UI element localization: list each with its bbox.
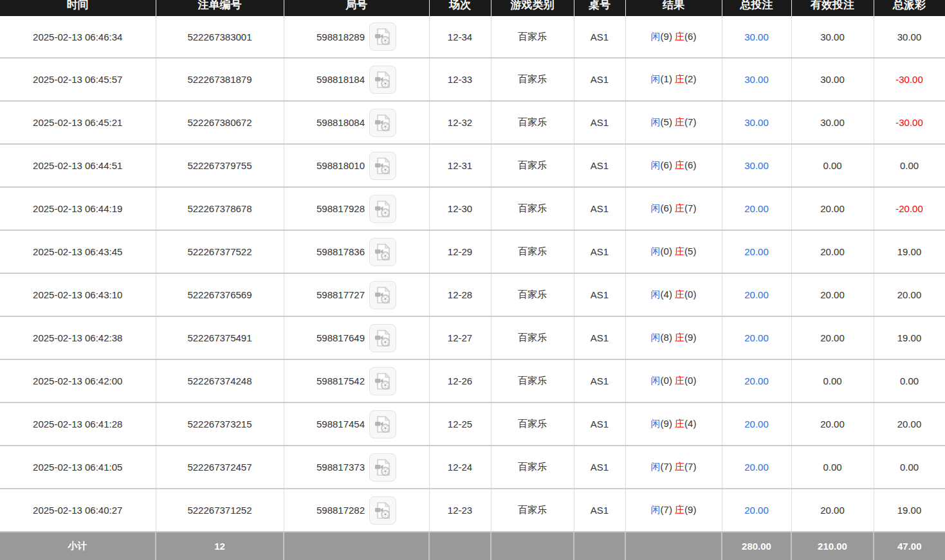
video-file-icon bbox=[374, 501, 391, 519]
cell-game-type: 百家乐 bbox=[491, 489, 574, 532]
cell-total-bet[interactable]: 20.00 bbox=[722, 446, 791, 489]
cell-total-payout: -20.00 bbox=[874, 187, 945, 230]
cell-valid-bet: 0.00 bbox=[791, 446, 874, 489]
video-replay-button[interactable] bbox=[369, 453, 396, 482]
banker-score: (0) bbox=[684, 375, 696, 386]
cell-time: 2025-02-13 06:41:28 bbox=[0, 402, 156, 446]
video-replay-button[interactable] bbox=[369, 281, 396, 309]
round-number: 598817282 bbox=[317, 505, 365, 516]
col-header-game-type: 游戏类别 bbox=[491, 0, 574, 16]
video-replay-button[interactable] bbox=[369, 152, 396, 180]
round-number: 598818184 bbox=[317, 74, 365, 85]
video-replay-button[interactable] bbox=[369, 410, 396, 438]
video-replay-button[interactable] bbox=[369, 367, 396, 395]
cell-total-bet[interactable]: 30.00 bbox=[722, 144, 791, 187]
cell-game-type: 百家乐 bbox=[491, 101, 574, 144]
cell-result: 闲(7) 庄(7) bbox=[625, 446, 722, 489]
table-row: 2025-02-13 06:43:10 522267376569 5988177… bbox=[0, 273, 945, 316]
subtotal-empty-session bbox=[429, 532, 491, 560]
table-row: 2025-02-13 06:45:21 522267380672 5988180… bbox=[0, 101, 945, 144]
video-replay-button[interactable] bbox=[369, 195, 396, 223]
player-label: 闲 bbox=[651, 159, 661, 170]
banker-label: 庄 bbox=[675, 418, 684, 429]
cell-time: 2025-02-13 06:46:34 bbox=[0, 16, 156, 58]
video-replay-button[interactable] bbox=[369, 66, 396, 94]
cell-table-no: AS1 bbox=[574, 316, 625, 359]
cell-total-bet[interactable]: 30.00 bbox=[722, 58, 791, 101]
video-replay-button[interactable] bbox=[369, 496, 396, 525]
player-label: 闲 bbox=[651, 116, 661, 127]
cell-game-type: 百家乐 bbox=[491, 273, 574, 316]
cell-round-no: 598817373 bbox=[284, 446, 429, 489]
cell-bet-no: 522267376569 bbox=[156, 273, 284, 316]
table-row: 2025-02-13 06:41:05 522267372457 5988173… bbox=[0, 446, 945, 489]
banker-label: 庄 bbox=[675, 246, 684, 257]
banker-score: (4) bbox=[684, 418, 696, 429]
video-file-icon bbox=[374, 200, 391, 218]
cell-time: 2025-02-13 06:41:05 bbox=[0, 446, 156, 489]
banker-score: (9) bbox=[684, 332, 696, 343]
cell-total-payout: -30.00 bbox=[874, 101, 945, 144]
cell-total-bet[interactable]: 30.00 bbox=[722, 101, 791, 144]
video-file-icon bbox=[374, 415, 391, 433]
subtotal-bet-count: 12 bbox=[156, 532, 284, 560]
cell-bet-no: 522267373215 bbox=[156, 402, 284, 446]
table-row: 2025-02-13 06:42:38 522267375491 5988176… bbox=[0, 316, 945, 359]
subtotal-empty-game bbox=[491, 532, 574, 560]
cell-round-no: 598817649 bbox=[284, 316, 429, 359]
cell-time: 2025-02-13 06:42:00 bbox=[0, 359, 156, 402]
banker-label: 庄 bbox=[675, 31, 684, 42]
cell-session: 12-28 bbox=[429, 273, 491, 316]
banker-label: 庄 bbox=[675, 203, 684, 213]
cell-round-no: 598818010 bbox=[284, 144, 429, 187]
banker-score: (7) bbox=[684, 461, 696, 472]
video-replay-button[interactable] bbox=[369, 23, 396, 51]
cell-bet-no: 522267375491 bbox=[156, 316, 284, 359]
cell-bet-no: 522267379755 bbox=[156, 144, 284, 187]
cell-session: 12-34 bbox=[429, 16, 491, 58]
video-replay-button[interactable] bbox=[369, 238, 396, 266]
cell-valid-bet: 0.00 bbox=[791, 359, 874, 402]
cell-round-no: 598817282 bbox=[284, 489, 429, 532]
cell-game-type: 百家乐 bbox=[491, 402, 574, 446]
cell-total-payout: 0.00 bbox=[874, 144, 945, 187]
cell-total-bet[interactable]: 30.00 bbox=[722, 16, 791, 58]
player-score: (7) bbox=[661, 461, 672, 472]
subtotal-total-bet: 280.00 bbox=[722, 532, 791, 560]
cell-bet-no: 522267383001 bbox=[156, 16, 284, 58]
cell-game-type: 百家乐 bbox=[491, 58, 574, 101]
video-replay-button[interactable] bbox=[369, 109, 396, 137]
video-file-icon bbox=[374, 286, 391, 304]
cell-total-bet[interactable]: 20.00 bbox=[722, 230, 791, 273]
cell-total-payout: 30.00 bbox=[874, 16, 945, 58]
cell-bet-no: 522267381879 bbox=[156, 58, 284, 101]
cell-time: 2025-02-13 06:45:21 bbox=[0, 101, 156, 144]
cell-valid-bet: 0.00 bbox=[791, 144, 874, 187]
cell-total-payout: 0.00 bbox=[874, 359, 945, 402]
cell-total-bet[interactable]: 20.00 bbox=[722, 187, 791, 230]
video-file-icon bbox=[374, 329, 391, 347]
subtotal-empty-table bbox=[574, 532, 625, 560]
cell-total-bet[interactable]: 20.00 bbox=[722, 316, 791, 359]
video-file-icon bbox=[374, 71, 391, 89]
banker-label: 庄 bbox=[675, 116, 684, 127]
subtotal-row: 小计 12 280.00 210.00 47.00 bbox=[0, 532, 945, 560]
cell-session: 12-23 bbox=[429, 489, 491, 532]
round-number: 598817836 bbox=[317, 246, 365, 257]
cell-total-bet[interactable]: 20.00 bbox=[722, 489, 791, 532]
cell-total-bet[interactable]: 20.00 bbox=[722, 273, 791, 316]
cell-total-payout: -30.00 bbox=[874, 58, 945, 101]
cell-bet-no: 522267378678 bbox=[156, 187, 284, 230]
video-replay-button[interactable] bbox=[369, 324, 396, 352]
cell-valid-bet: 30.00 bbox=[791, 58, 874, 101]
cell-time: 2025-02-13 06:43:45 bbox=[0, 230, 156, 273]
cell-total-bet[interactable]: 20.00 bbox=[722, 359, 791, 402]
cell-round-no: 598818084 bbox=[284, 101, 429, 144]
col-header-result: 结果 bbox=[625, 0, 722, 16]
banker-label: 庄 bbox=[675, 504, 684, 515]
player-label: 闲 bbox=[651, 31, 661, 42]
round-number: 598817373 bbox=[317, 462, 365, 473]
cell-session: 12-33 bbox=[429, 58, 491, 101]
banker-score: (0) bbox=[684, 289, 696, 300]
cell-total-bet[interactable]: 20.00 bbox=[722, 402, 791, 446]
